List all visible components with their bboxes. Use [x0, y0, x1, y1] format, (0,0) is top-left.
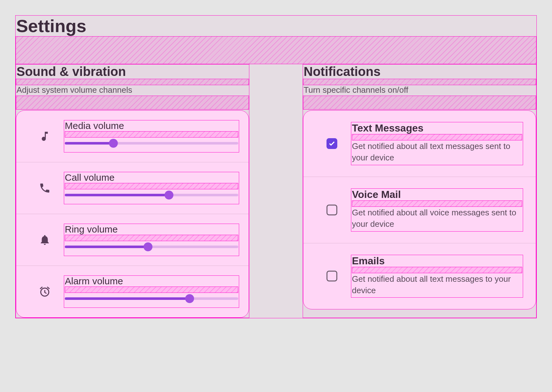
media-volume-row: Media volume [16, 111, 249, 162]
spacer [352, 134, 522, 140]
voice-mail-desc: Get notified about all voice messages se… [352, 207, 522, 230]
spacer [16, 79, 249, 85]
notifications-section-subtitle: Turn specific channels on/off [303, 85, 536, 96]
spacer [303, 96, 536, 110]
voice-mail-text: Voice Mail Get notified about all voice … [351, 188, 523, 232]
spacer [16, 96, 249, 110]
bell-icon [35, 234, 54, 246]
media-volume-slider[interactable] [65, 138, 238, 149]
call-volume-label: Call volume [65, 172, 238, 183]
emails-title: Emails [352, 255, 522, 267]
spacer [16, 36, 536, 64]
notifications-section: Notifications Turn specific channels on/… [303, 64, 536, 318]
text-messages-text: Text Messages Get notified about all tex… [351, 122, 523, 165]
alarm-volume-slider[interactable] [65, 293, 238, 304]
text-messages-row[interactable]: Text Messages Get notified about all tex… [303, 111, 536, 177]
sound-card: Media volume Call volume [16, 110, 249, 318]
alarm-volume-label: Alarm volume [65, 276, 238, 287]
emails-checkbox[interactable] [326, 271, 337, 281]
voice-mail-title: Voice Mail [352, 189, 522, 200]
ring-volume-label: Ring volume [65, 224, 238, 235]
text-messages-title: Text Messages [352, 122, 522, 134]
emails-text: Emails Get notified about all text messa… [351, 255, 523, 298]
media-volume-label: Media volume [65, 120, 238, 131]
spacer [352, 267, 522, 273]
spacer [65, 287, 238, 293]
call-volume-slider-group: Call volume [64, 172, 239, 204]
spacer [352, 200, 522, 207]
ring-volume-slider[interactable] [65, 241, 238, 253]
alarm-volume-row: Alarm volume [16, 266, 249, 317]
spacer [65, 131, 238, 138]
alarm-icon [35, 286, 54, 298]
phone-icon [35, 182, 54, 194]
voice-mail-row[interactable]: Voice Mail Get notified about all voice … [303, 177, 536, 243]
alarm-volume-slider-group: Alarm volume [64, 275, 239, 308]
spacer [65, 235, 238, 241]
spacer [303, 79, 536, 85]
page-title: Settings [16, 16, 536, 36]
media-volume-slider-group: Media volume [64, 120, 239, 152]
text-messages-checkbox[interactable] [326, 138, 337, 149]
sound-section: Sound & vibration Adjust system volume c… [16, 64, 249, 318]
spacer [65, 183, 238, 189]
call-volume-row: Call volume [16, 162, 249, 214]
sound-section-subtitle: Adjust system volume channels [16, 85, 249, 96]
text-messages-desc: Get notified about all text messages sen… [352, 140, 522, 164]
sound-section-title: Sound & vibration [16, 64, 249, 79]
emails-desc: Get notified about all text messages to … [352, 273, 522, 296]
voice-mail-checkbox[interactable] [326, 205, 337, 215]
notifications-card: Text Messages Get notified about all tex… [303, 110, 536, 309]
call-volume-slider[interactable] [65, 189, 238, 201]
column-spacer [249, 64, 303, 318]
settings-page: Settings Sound & vibration Adjust system… [15, 15, 537, 318]
ring-volume-row: Ring volume [16, 214, 249, 266]
notifications-section-title: Notifications [303, 64, 536, 79]
music-note-icon [35, 130, 54, 142]
emails-row[interactable]: Emails Get notified about all text messa… [303, 243, 536, 309]
ring-volume-slider-group: Ring volume [64, 224, 239, 256]
columns: Sound & vibration Adjust system volume c… [16, 64, 536, 318]
